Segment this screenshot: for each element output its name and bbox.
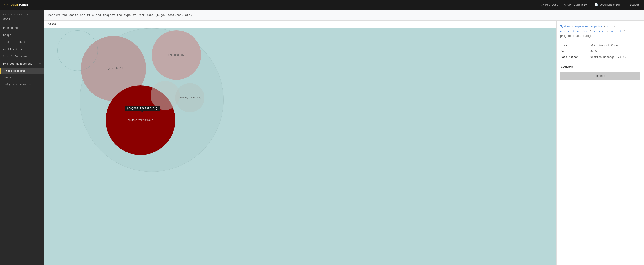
- cost-label: Cost: [561, 49, 590, 54]
- sidebar: ANALYSIS RESULTS WOPR Dashboard Scope › …: [0, 10, 44, 265]
- content-area: Measure the costs per file and inspect t…: [44, 10, 644, 265]
- nav-links: </> Projects ⚙ Configuration 📄 Documenta…: [540, 3, 640, 6]
- chevron-right-icon: ›: [39, 48, 41, 51]
- bubble-b6[interactable]: remote_cloner.clj: [175, 83, 204, 112]
- content-body: Costs project_db.cljprojects.sqlproject_…: [44, 21, 644, 265]
- file-cost-row: Cost 3w 5d: [561, 49, 640, 54]
- author-value: Charles Babbage (78 %): [590, 54, 640, 60]
- doc-icon: 📄: [595, 3, 598, 6]
- actions-title: Actions: [560, 65, 640, 70]
- trends-button[interactable]: Trends: [560, 72, 640, 80]
- sidebar-item-project-management[interactable]: Project Management ▼: [0, 60, 44, 68]
- breadcrumb: System / empear-enterprise / src / cacsr…: [560, 24, 640, 39]
- sidebar-item-social-analyses[interactable]: Social Analyses ›: [0, 53, 44, 60]
- projects-icon: </>: [540, 3, 544, 6]
- right-panel: System / empear-enterprise / src / cacsr…: [556, 21, 644, 265]
- sidebar-item-cost-hotspots[interactable]: Cost Hotspots: [0, 68, 44, 74]
- breadcrumb-separator: /: [588, 30, 592, 33]
- logo-suffix: SCENE: [18, 3, 28, 6]
- bubble-b2[interactable]: projects.sql: [152, 30, 201, 80]
- size-value: 562 Lines of Code: [590, 43, 640, 48]
- breadcrumb-link[interactable]: empear-enterprise: [575, 25, 602, 28]
- file-info: Size 562 Lines of Code Cost 3w 5d Main A…: [560, 42, 640, 60]
- page-description: Measure the costs per file and inspect t…: [44, 10, 644, 21]
- bubble-label: projects.sql: [168, 53, 186, 57]
- chart-area: Costs project_db.cljprojects.sqlproject_…: [44, 21, 556, 265]
- chevron-right-icon: ›: [39, 34, 41, 37]
- sidebar-item-architecture[interactable]: Architecture ›: [0, 46, 44, 53]
- size-label: Size: [561, 43, 590, 48]
- sidebar-section-label: ANALYSIS RESULTS: [0, 10, 44, 18]
- breadcrumb-link[interactable]: project: [610, 30, 622, 33]
- chevron-right-icon: ›: [39, 41, 41, 44]
- projects-link[interactable]: </> Projects: [540, 3, 558, 6]
- breadcrumb-link[interactable]: cacsremoteservice: [560, 30, 588, 33]
- app-logo: <> CODESCENE: [4, 3, 28, 6]
- chevron-down-icon: ▼: [39, 63, 41, 65]
- author-label: Main Author: [561, 54, 590, 60]
- breadcrumb-separator: /: [606, 30, 610, 33]
- main-layout: ANALYSIS RESULTS WOPR Dashboard Scope › …: [0, 10, 644, 265]
- file-author-row: Main Author Charles Babbage (78 %): [561, 54, 640, 60]
- sidebar-item-high-risk-commits[interactable]: High Risk Commits: [0, 81, 44, 88]
- breadcrumb-link[interactable]: src: [607, 25, 612, 28]
- sidebar-item-scope[interactable]: Scope ›: [0, 32, 44, 39]
- bubble-label: remote_cloner.clj: [178, 96, 202, 100]
- gear-icon: ⚙: [564, 3, 566, 6]
- breadcrumb-link[interactable]: features: [592, 30, 606, 33]
- sidebar-project-name: WOPR: [0, 18, 44, 24]
- cost-value: 3w 5d: [590, 49, 640, 54]
- breadcrumb-separator: /: [570, 25, 575, 28]
- logo-symbol: <>: [4, 3, 8, 6]
- tab-costs[interactable]: Costs: [44, 21, 61, 28]
- bubble-b4[interactable]: [57, 30, 98, 71]
- breadcrumb-link[interactable]: System: [560, 25, 570, 28]
- bubble-chart-container[interactable]: project_db.cljprojects.sqlproject_featur…: [44, 28, 556, 265]
- top-navigation: <> CODESCENE </> Projects ⚙ Configuratio…: [0, 0, 644, 10]
- chart-tabs: Costs: [44, 21, 556, 28]
- file-size-row: Size 562 Lines of Code: [561, 43, 640, 48]
- actions-section: Actions Trends: [560, 65, 640, 80]
- sidebar-item-risk[interactable]: Risk: [0, 74, 44, 81]
- logout-icon: ↪: [627, 3, 628, 6]
- logo-prefix: CODE: [10, 3, 18, 6]
- breadcrumb-separator: /: [602, 25, 607, 28]
- bubble-label: project_feature.clj: [127, 118, 154, 122]
- breadcrumb-current: project_feature.clj: [560, 34, 591, 38]
- logout-link[interactable]: ↪ Logout: [627, 3, 640, 6]
- sidebar-item-technical-debt[interactable]: Technical Debt ›: [0, 39, 44, 46]
- bubble-label: project_db.clj: [103, 66, 124, 71]
- breadcrumb-separator: /: [612, 25, 615, 28]
- documentation-link[interactable]: 📄 Documentation: [595, 3, 621, 6]
- configuration-link[interactable]: ⚙ Configuration: [564, 3, 588, 6]
- breadcrumb-separator: /: [622, 30, 625, 33]
- chevron-right-icon: ›: [39, 56, 41, 58]
- sidebar-item-dashboard[interactable]: Dashboard: [0, 24, 44, 32]
